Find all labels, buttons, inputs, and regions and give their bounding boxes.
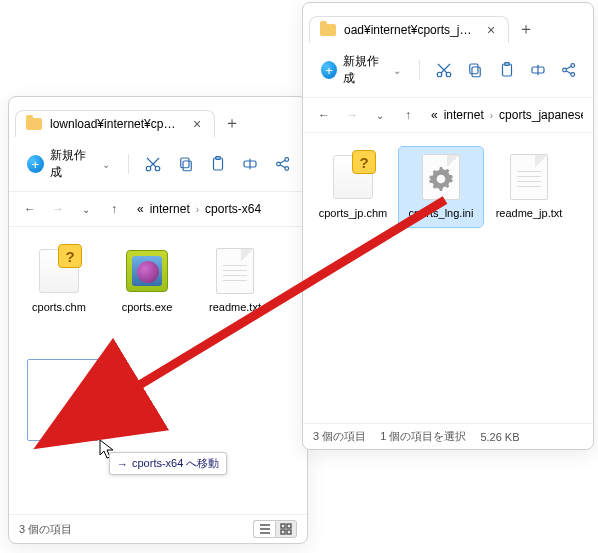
share-button[interactable] bbox=[556, 55, 583, 85]
paste-button[interactable] bbox=[204, 149, 232, 179]
crumb-prefix: « bbox=[137, 202, 144, 216]
chm-icon bbox=[333, 155, 373, 199]
drop-tooltip: → cports-x64 へ移動 bbox=[109, 452, 227, 475]
svg-rect-11 bbox=[287, 524, 291, 528]
close-icon[interactable]: × bbox=[484, 23, 498, 37]
toolbar: + 新規作成 ⌄ bbox=[303, 43, 593, 98]
separator bbox=[128, 154, 129, 174]
tab-title: oad¥internet¥cports_japanese bbox=[344, 23, 476, 37]
paste-button[interactable] bbox=[493, 55, 520, 85]
chevron-down-icon: ⌄ bbox=[393, 65, 401, 76]
txt-icon bbox=[216, 248, 254, 294]
status-bar: 3 個の項目 1 個の項目を選択 5.26 KB bbox=[303, 423, 593, 449]
chevron-down-icon[interactable]: ⌄ bbox=[369, 104, 391, 126]
new-item-label: 新規作成 bbox=[50, 147, 95, 181]
tab-title: lownload¥internet¥cports-x64 bbox=[50, 117, 182, 131]
new-item-label: 新規作成 bbox=[343, 53, 385, 87]
new-tab-button[interactable]: ＋ bbox=[511, 15, 541, 43]
svg-rect-2 bbox=[183, 161, 191, 171]
svg-rect-12 bbox=[281, 530, 285, 534]
up-button[interactable]: ↑ bbox=[397, 104, 419, 126]
file-label: cports.chm bbox=[32, 301, 86, 315]
svg-rect-3 bbox=[180, 158, 188, 168]
address-bar: ← → ⌄ ↑ « internet › cports_japanese bbox=[303, 98, 593, 133]
view-grid-button[interactable] bbox=[275, 520, 297, 538]
move-arrow-icon: → bbox=[117, 458, 128, 470]
forward-button: → bbox=[341, 104, 363, 126]
status-item-count: 3 個の項目 bbox=[19, 522, 72, 537]
breadcrumb[interactable]: « internet › cports-x64 bbox=[131, 202, 297, 216]
txt-icon bbox=[510, 154, 548, 200]
explorer-window-cports-x64: lownload¥internet¥cports-x64 × ＋ + 新規作成 … bbox=[8, 96, 308, 544]
back-button[interactable]: ← bbox=[313, 104, 335, 126]
address-bar: ← → ⌄ ↑ « internet › cports-x64 bbox=[9, 192, 307, 227]
chevron-right-icon: › bbox=[196, 204, 199, 215]
status-bar: 3 個の項目 bbox=[9, 514, 307, 543]
new-item-button[interactable]: + 新規作成 ⌄ bbox=[19, 143, 118, 185]
file-label: readme_jp.txt bbox=[496, 207, 563, 221]
plus-icon: + bbox=[27, 155, 44, 173]
close-icon[interactable]: × bbox=[190, 117, 204, 131]
up-button[interactable]: ↑ bbox=[103, 198, 125, 220]
new-item-button[interactable]: + 新規作成 ⌄ bbox=[313, 49, 409, 91]
svg-rect-17 bbox=[470, 64, 478, 74]
chevron-right-icon: › bbox=[490, 110, 493, 121]
status-selection: 1 個の項目を選択 bbox=[380, 429, 466, 444]
explorer-window-cports-japanese: oad¥internet¥cports_japanese × ＋ + 新規作成 … bbox=[302, 2, 594, 450]
cut-button[interactable] bbox=[139, 149, 167, 179]
status-item-count: 3 個の項目 bbox=[313, 429, 366, 444]
file-area[interactable]: cports_jp.chm cports_lng.ini readme_jp.t… bbox=[303, 133, 593, 423]
chm-icon bbox=[39, 249, 79, 293]
toolbar: + 新規作成 ⌄ bbox=[9, 137, 307, 192]
file-label: readme.txt bbox=[209, 301, 261, 315]
cut-button[interactable] bbox=[430, 55, 457, 85]
chevron-down-icon[interactable]: ⌄ bbox=[75, 198, 97, 220]
separator bbox=[419, 60, 420, 80]
file-label: cports_lng.ini bbox=[409, 207, 474, 221]
file-readme-txt[interactable]: readme.txt bbox=[193, 241, 277, 321]
tab-active[interactable]: lownload¥internet¥cports-x64 × bbox=[15, 110, 215, 137]
folder-icon bbox=[320, 24, 336, 36]
file-readme-jp-txt[interactable]: readme_jp.txt bbox=[487, 147, 571, 227]
status-size: 5.26 KB bbox=[480, 431, 519, 443]
view-list-button[interactable] bbox=[253, 520, 275, 538]
view-toggle bbox=[253, 520, 297, 538]
crumb-current[interactable]: cports-x64 bbox=[205, 202, 261, 216]
plus-icon: + bbox=[321, 61, 337, 79]
tab-bar: oad¥internet¥cports_japanese × ＋ bbox=[303, 3, 593, 43]
file-label: cports_jp.chm bbox=[319, 207, 387, 221]
svg-rect-10 bbox=[281, 524, 285, 528]
forward-button: → bbox=[47, 198, 69, 220]
copy-button[interactable] bbox=[172, 149, 200, 179]
drop-tooltip-label: cports-x64 へ移動 bbox=[132, 456, 219, 471]
gear-icon bbox=[428, 166, 454, 192]
rename-button[interactable] bbox=[236, 149, 264, 179]
share-button[interactable] bbox=[269, 149, 297, 179]
file-cports-lng-ini[interactable]: cports_lng.ini bbox=[399, 147, 483, 227]
file-cports-exe[interactable]: cports.exe bbox=[105, 241, 189, 321]
file-label: cports.exe bbox=[122, 301, 173, 315]
crumb-prefix: « bbox=[431, 108, 438, 122]
tab-active[interactable]: oad¥internet¥cports_japanese × bbox=[309, 16, 509, 43]
drop-ghost bbox=[27, 359, 99, 441]
exe-icon bbox=[126, 250, 168, 292]
file-cports-chm[interactable]: cports.chm bbox=[17, 241, 101, 321]
tab-bar: lownload¥internet¥cports-x64 × ＋ bbox=[9, 97, 307, 137]
chevron-down-icon: ⌄ bbox=[102, 159, 110, 170]
svg-rect-13 bbox=[287, 530, 291, 534]
copy-button[interactable] bbox=[462, 55, 489, 85]
file-cports-jp-chm[interactable]: cports_jp.chm bbox=[311, 147, 395, 227]
file-area[interactable]: cports.chm cports.exe readme.txt → cport… bbox=[9, 227, 307, 514]
rename-button[interactable] bbox=[524, 55, 551, 85]
breadcrumb[interactable]: « internet › cports_japanese bbox=[425, 108, 583, 122]
svg-rect-16 bbox=[472, 67, 480, 77]
folder-icon bbox=[26, 118, 42, 130]
crumb-current[interactable]: cports_japanese bbox=[499, 108, 583, 122]
crumb-internet[interactable]: internet bbox=[150, 202, 190, 216]
back-button[interactable]: ← bbox=[19, 198, 41, 220]
crumb-internet[interactable]: internet bbox=[444, 108, 484, 122]
new-tab-button[interactable]: ＋ bbox=[217, 109, 247, 137]
